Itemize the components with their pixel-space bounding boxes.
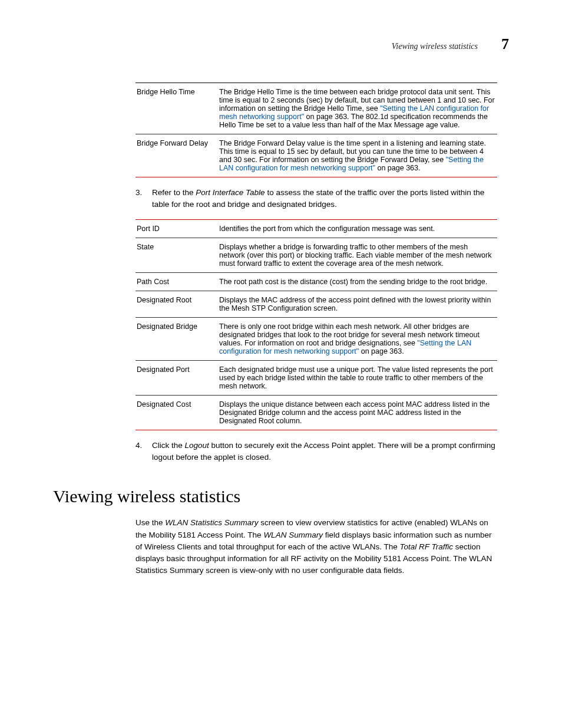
header-title: Viewing wireless statistics xyxy=(392,42,478,51)
step-3: 3. Refer to the Port Interface Table to … xyxy=(135,187,497,210)
table-row: Path Cost The root path cost is the dist… xyxy=(135,273,497,291)
definition: Displays whether a bridge is forwarding … xyxy=(218,238,497,273)
term: Port ID xyxy=(135,220,218,238)
definition: The Bridge Hello Time is the time betwee… xyxy=(218,83,497,134)
page-header: Viewing wireless statistics 7 xyxy=(53,35,509,53)
term: Designated Cost xyxy=(135,396,218,430)
table-row: Bridge Forward Delay The Bridge Forward … xyxy=(135,134,497,177)
definition-table-1: Bridge Hello Time The Bridge Hello Time … xyxy=(135,83,497,177)
term: Path Cost xyxy=(135,273,218,291)
step-number: 4. xyxy=(135,440,145,463)
chapter-number: 7 xyxy=(501,35,509,53)
section-paragraph: Use the WLAN Statistics Summary screen t… xyxy=(135,517,497,577)
table-row: Designated Port Each designated bridge m… xyxy=(135,361,497,396)
definition: The Bridge Forward Delay value is the ti… xyxy=(218,134,497,177)
step-number: 3. xyxy=(135,187,145,210)
term: Bridge Hello Time xyxy=(135,83,218,134)
term: Designated Root xyxy=(135,291,218,318)
term: State xyxy=(135,238,218,273)
definition: Displays the MAC address of the access p… xyxy=(218,291,497,318)
definition: Identifies the port from which the confi… xyxy=(218,220,497,238)
table-row: Designated Bridge There is only one root… xyxy=(135,318,497,361)
table-row: Bridge Hello Time The Bridge Hello Time … xyxy=(135,83,497,134)
step-text: Click the Logout button to securely exit… xyxy=(152,440,497,463)
definition-table-2: Port ID Identifies the port from which t… xyxy=(135,219,497,430)
table-row: Designated Cost Displays the unique dist… xyxy=(135,396,497,430)
term: Designated Port xyxy=(135,361,218,396)
section-heading: Viewing wireless statistics xyxy=(53,486,497,506)
definition: There is only one root bridge within eac… xyxy=(218,318,497,361)
table-row: Designated Root Displays the MAC address… xyxy=(135,291,497,318)
definition: Displays the unique distance between eac… xyxy=(218,396,497,430)
term: Bridge Forward Delay xyxy=(135,134,218,177)
step-text: Refer to the Port Interface Table to ass… xyxy=(152,187,497,210)
term: Designated Bridge xyxy=(135,318,218,361)
definition: The root path cost is the distance (cost… xyxy=(218,273,497,291)
table-row: Port ID Identifies the port from which t… xyxy=(135,220,497,238)
step-4: 4. Click the Logout button to securely e… xyxy=(135,440,497,463)
table-row: State Displays whether a bridge is forwa… xyxy=(135,238,497,273)
definition: Each designated bridge must use a unique… xyxy=(218,361,497,396)
